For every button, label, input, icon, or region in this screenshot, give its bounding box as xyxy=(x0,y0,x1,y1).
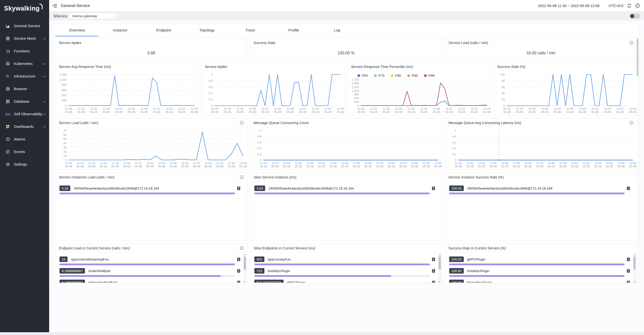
legend-item-p90[interactable]: P90 xyxy=(391,74,401,78)
svg-text:11:3605-08: 11:3605-08 xyxy=(528,107,536,114)
sidebar-item-label: Dashboards xyxy=(14,125,34,129)
list-item[interactable]: 3.50 2905b05eae4e4ae3a2a5b538ce8c2846@17… xyxy=(254,185,435,194)
scrollbar-thumb[interactable] xyxy=(633,256,636,270)
sidebar-item-functions[interactable]: Functions xyxy=(0,45,49,57)
svg-text:0: 0 xyxy=(211,104,212,107)
copy-icon[interactable] xyxy=(627,257,630,261)
copy-icon[interactable] xyxy=(237,269,240,273)
panel-scrollbar[interactable] xyxy=(636,37,639,282)
scroll-up-arrow[interactable] xyxy=(439,254,441,255)
tab-endpoint[interactable]: Endpoint xyxy=(142,24,185,36)
list-scrollbar[interactable] xyxy=(438,254,441,282)
list-item[interactable]: 100.00 SofaRpcPlugin xyxy=(449,268,630,277)
panel-scrollbar-thumb[interactable] xyxy=(637,38,638,76)
copy-icon[interactable] xyxy=(432,186,435,190)
chart-area[interactable]: 00.20.40.60.8111:3005-0811:3205-0811:340… xyxy=(250,127,442,169)
sidebar-item-self-observability[interactable]: Sw) Self Observability xyxy=(0,108,49,120)
list-item[interactable]: 10 /grpc/clientStreamingFun xyxy=(59,256,240,265)
list-item[interactable]: 9.1666666667 /order/findById xyxy=(59,268,240,277)
chart-area[interactable]: 02004006008001,0001,20011:3005-0811:3305… xyxy=(55,71,198,115)
copy-icon[interactable] xyxy=(237,280,240,283)
svg-text:11:5605-08: 11:5605-08 xyxy=(411,162,418,168)
list-item[interactable]: 0.16 2905b05eae4e4ae3a2a5b538ce8c2846@17… xyxy=(59,185,240,194)
list-item[interactable]: 9.1666666667 /http/order/findById xyxy=(59,280,240,283)
sidebar-item-browser[interactable]: Browser xyxy=(0,83,49,95)
copy-icon[interactable] xyxy=(237,186,240,190)
svg-text:11:4505-08: 11:4505-08 xyxy=(128,107,135,114)
copy-icon[interactable] xyxy=(627,280,630,283)
sidebar-item-service-mesh[interactable]: Service Mesh xyxy=(0,32,49,45)
chart-canvas: 02004006008001,0001,20011:3005-0811:3305… xyxy=(55,71,198,115)
info-icon[interactable] xyxy=(240,175,244,179)
card-title: Success Rate in Current Service (%) xyxy=(448,246,506,250)
copy-icon[interactable] xyxy=(627,186,630,190)
info-icon[interactable] xyxy=(629,41,633,45)
legend-item-p75[interactable]: P75 xyxy=(374,74,385,78)
chart-area[interactable]: 02040608010011:3005-0811:3305-0811:3605-… xyxy=(494,71,637,115)
collapse-sidebar-icon[interactable] xyxy=(52,4,57,8)
sidebar-item-dashboards[interactable]: Dashboards xyxy=(0,120,49,133)
metric-card-success-rate: Success Rate 100.00 % xyxy=(250,38,442,59)
tab-overview[interactable]: Overview xyxy=(55,24,99,36)
value-badge: 9.1666666667 xyxy=(59,280,85,283)
info-icon[interactable] xyxy=(240,246,244,250)
svg-text:11:5405-08: 11:5405-08 xyxy=(458,107,465,114)
tab-log[interactable]: Log xyxy=(315,24,359,36)
time-range-picker[interactable]: 2022-05-08 11:30 ~ 2022-05-08 12:00 xyxy=(538,4,599,8)
list-item[interactable]: 100.00 MotanRpcPlugin xyxy=(449,280,630,283)
sidebar-item-database[interactable]: Database xyxy=(0,95,49,108)
sidebar-item-general-service[interactable]: General Service xyxy=(0,20,49,32)
legend-item-p95[interactable]: P95 xyxy=(407,74,418,78)
info-icon[interactable] xyxy=(635,3,640,8)
info-icon[interactable] xyxy=(240,121,244,125)
chart-area[interactable]: 00.20.40.60.8111:3005-0811:3305-0811:360… xyxy=(202,71,345,115)
sidebar-item-events[interactable]: Events xyxy=(0,145,49,158)
chart-area[interactable]: 01020304050607011:3005-0811:3205-0811:34… xyxy=(55,127,247,169)
tab-profile[interactable]: Profile xyxy=(272,24,315,36)
card-title: Service Avg Response Time (ms) xyxy=(59,65,111,69)
legend-item-p50[interactable]: P50 xyxy=(357,74,368,78)
scroll-up-arrow[interactable] xyxy=(634,254,636,255)
svg-text:11:5405-08: 11:5405-08 xyxy=(399,162,407,168)
list-item[interactable]: 613.3333333333 gRPCPlugin xyxy=(254,280,435,283)
sidebar-item-infrastructure[interactable]: Infrastructure xyxy=(0,70,49,83)
copy-icon[interactable] xyxy=(237,257,240,261)
copy-icon[interactable] xyxy=(432,280,435,283)
view-toggle[interactable]: V xyxy=(630,14,640,19)
scrollbar-thumb[interactable] xyxy=(439,256,441,270)
tab-trace[interactable]: Trace xyxy=(229,24,272,36)
sidebar-item-kubernetes[interactable]: Kubernetes xyxy=(0,57,49,70)
copy-icon[interactable] xyxy=(432,257,435,261)
scrollbar-thumb[interactable] xyxy=(244,256,246,270)
sidebar-item-alarms[interactable]: Alarms xyxy=(0,133,49,145)
scroll-up-arrow[interactable] xyxy=(244,254,246,255)
list-scrollbar[interactable] xyxy=(633,254,636,282)
progress-bar xyxy=(59,275,235,277)
copy-icon[interactable] xyxy=(627,269,630,273)
list-item[interactable]: 715 SofaRpcPlugin xyxy=(254,268,435,277)
svg-text:11:3905-08: 11:3905-08 xyxy=(541,107,548,114)
copy-icon[interactable] xyxy=(432,269,435,273)
tab-instance[interactable]: Instance xyxy=(99,24,142,36)
scroll-down-arrow[interactable] xyxy=(439,281,441,282)
list-item[interactable]: 100.00 gRPCPlugin xyxy=(449,256,630,265)
list-item[interactable]: 920 /grpc/unaryFun xyxy=(254,256,435,265)
scroll-down-arrow[interactable] xyxy=(244,281,246,282)
legend-item-p99[interactable]: P99 xyxy=(424,74,435,78)
skywalking-logo[interactable]: Skywalking xyxy=(0,0,49,17)
chart-area[interactable]: 00.20.40.60.8111:3005-0811:3205-0811:340… xyxy=(445,127,637,169)
database-icon xyxy=(5,99,11,104)
service-select[interactable]: shenyu-gateway xyxy=(69,13,117,19)
auto-refresh-icon[interactable] xyxy=(627,3,632,8)
list-scrollbar[interactable] xyxy=(243,254,247,282)
svg-text:11:3605-08: 11:3605-08 xyxy=(100,162,107,168)
chevron-down-icon xyxy=(43,75,46,77)
list-item[interactable]: 100.00 2905b05eae4e4ae3a2a5b538ce8c2846@… xyxy=(449,185,630,194)
utc-selector[interactable]: UTC+8:0 xyxy=(609,4,623,8)
tab-topology[interactable]: Topology xyxy=(185,24,229,36)
chart-area[interactable]: 03006009001,2001,5001,8002,10011:3005-08… xyxy=(348,78,491,115)
scroll-down-arrow[interactable] xyxy=(633,281,635,282)
svg-text:11:4805-08: 11:4805-08 xyxy=(579,107,586,114)
info-icon[interactable] xyxy=(629,121,633,125)
sidebar-item-settings[interactable]: Settings xyxy=(0,158,49,171)
